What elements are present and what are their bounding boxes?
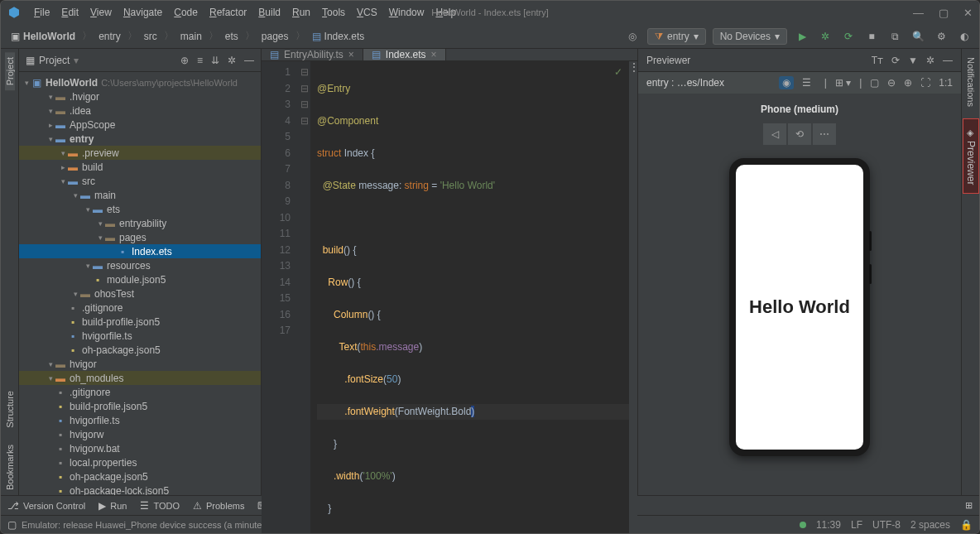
tree-item[interactable]: ▾▬entryability bbox=[19, 216, 261, 230]
run-button[interactable]: ▶ bbox=[794, 28, 810, 45]
code-content[interactable]: @Entry @Component struct Index { @State … bbox=[310, 61, 629, 534]
tree-item[interactable]: ▪Index.ets bbox=[19, 244, 261, 258]
menu-view[interactable]: View bbox=[85, 4, 117, 21]
tree-item[interactable]: ▪hvigorw.bat bbox=[19, 441, 261, 455]
search-icon[interactable]: 🔍 bbox=[910, 28, 926, 45]
menu-code[interactable]: Code bbox=[169, 4, 203, 21]
tree-item[interactable]: ▾▬oh_modules bbox=[19, 371, 261, 385]
folder-icon[interactable]: ⧉ bbox=[886, 28, 903, 45]
bookmarks-tool-tab[interactable]: Bookmarks bbox=[5, 440, 15, 495]
crumb[interactable]: ▣ HelloWorld bbox=[7, 29, 79, 44]
tree-item[interactable]: ▸▬AppScope bbox=[19, 118, 261, 132]
bottom-tool-problems[interactable]: ⚠Problems bbox=[193, 500, 244, 512]
project-root[interactable]: ▾ ▣ HelloWorld C:\Users\amy\projects\Hel… bbox=[19, 75, 261, 89]
minimize-button[interactable]: — bbox=[913, 7, 924, 19]
tree-item[interactable]: ▾▬.idea bbox=[19, 103, 261, 118]
editor-tab[interactable]: ▤Index.ets× bbox=[363, 49, 446, 60]
settings-icon[interactable]: ⚙ bbox=[933, 28, 949, 45]
tree-item[interactable]: ▪module.json5 bbox=[19, 272, 261, 286]
previewer-tab[interactable]: ◈ Previewer bbox=[963, 118, 979, 194]
debug-button[interactable]: ✲ bbox=[817, 28, 833, 45]
editor-toolstrip[interactable]: ⋮ bbox=[629, 61, 637, 534]
close-tab-icon[interactable]: × bbox=[431, 49, 437, 60]
tree-item[interactable]: ▪hvigorfile.ts bbox=[19, 413, 261, 427]
tree-item[interactable]: ▾▬ets bbox=[19, 202, 261, 216]
structure-tool-tab[interactable]: Structure bbox=[5, 386, 15, 433]
bottom-tool-version-control[interactable]: ⎇Version Control bbox=[7, 500, 85, 512]
tree-item[interactable]: ▪hvigorw bbox=[19, 427, 261, 441]
layout-icon[interactable]: ⊞ bbox=[965, 500, 973, 511]
select-opened-icon[interactable]: ⊕ bbox=[180, 55, 189, 66]
hide-pane-icon[interactable]: — bbox=[244, 55, 254, 66]
menu-vcs[interactable]: VCS bbox=[352, 4, 382, 21]
prev-more-button[interactable]: ⋯ bbox=[813, 123, 836, 145]
bottom-tool-todo[interactable]: ☰TODO bbox=[140, 500, 180, 512]
collapse-all-icon[interactable]: ⇊ bbox=[211, 55, 219, 66]
status-charset[interactable]: UTF-8 bbox=[872, 519, 901, 531]
tree-item[interactable]: ▪oh-package-lock.json5 bbox=[19, 483, 261, 495]
devices-combo[interactable]: No Devices▾ bbox=[713, 28, 787, 45]
tree-item[interactable]: ▪build-profile.json5 bbox=[19, 399, 261, 413]
tree-item[interactable]: ▾▬.preview bbox=[19, 146, 261, 160]
close-button[interactable]: ✕ bbox=[963, 7, 973, 19]
crumb[interactable]: src bbox=[141, 29, 161, 44]
bottom-tool-run[interactable]: ▶Run bbox=[98, 500, 127, 512]
project-tree[interactable]: ▾ ▣ HelloWorld C:\Users\amy\projects\Hel… bbox=[19, 72, 261, 495]
tree-item[interactable]: ▾▬src bbox=[19, 174, 261, 188]
crumb[interactable]: ets bbox=[222, 29, 242, 44]
prev-hide-icon[interactable]: — bbox=[943, 55, 953, 66]
menu-build[interactable]: Build bbox=[253, 4, 286, 21]
stop-button[interactable]: ■ bbox=[863, 28, 880, 45]
editor-tab[interactable]: ▤EntryAbility.ts× bbox=[262, 49, 363, 60]
tree-item[interactable]: ▪.gitignore bbox=[19, 301, 261, 315]
prev-back-button[interactable]: ◁ bbox=[763, 123, 786, 145]
tree-item[interactable]: ▾▬entry bbox=[19, 132, 261, 146]
zoom-out-icon[interactable]: ⊖ bbox=[887, 77, 896, 89]
pane-settings-icon[interactable]: ✲ bbox=[228, 55, 236, 66]
notifications-tab[interactable]: Notifications bbox=[964, 49, 978, 115]
menu-navigate[interactable]: Navigate bbox=[118, 4, 167, 21]
status-line-ending[interactable]: LF bbox=[851, 519, 862, 531]
status-lock-icon[interactable]: 🔒 bbox=[960, 519, 973, 531]
fit-icon[interactable]: ▢ bbox=[870, 77, 879, 89]
crumb[interactable]: ▤ Index.ets bbox=[309, 29, 368, 44]
tree-item[interactable]: ▪oh-package.json5 bbox=[19, 343, 261, 357]
expand-all-icon[interactable]: ≡ bbox=[197, 55, 203, 66]
tree-item[interactable]: ▪hvigorfile.ts bbox=[19, 329, 261, 343]
refresh-icon[interactable]: ⟳ bbox=[891, 55, 900, 66]
eye-icon[interactable]: ◉ bbox=[779, 76, 794, 89]
tt-icon[interactable]: Tᴛ bbox=[872, 55, 883, 66]
tree-item[interactable]: ▪build-profile.json5 bbox=[19, 315, 261, 329]
run-config-combo[interactable]: ⧩entry▾ bbox=[647, 28, 706, 45]
prev-settings-icon[interactable]: ✲ bbox=[926, 55, 934, 66]
filter-icon[interactable]: ▼ bbox=[908, 55, 918, 66]
status-indent[interactable]: 2 spaces bbox=[910, 519, 950, 531]
zoom-in-icon[interactable]: ⊕ bbox=[904, 77, 912, 89]
menu-tools[interactable]: Tools bbox=[317, 4, 350, 21]
tree-item[interactable]: ▪.gitignore bbox=[19, 385, 261, 399]
project-pane-title[interactable]: ▦Project▾ bbox=[26, 55, 180, 66]
fold-column[interactable]: ⊟⊟⊟⊟ bbox=[299, 61, 310, 534]
project-tool-tab[interactable]: Project bbox=[5, 52, 15, 90]
menu-refactor[interactable]: Refactor bbox=[204, 4, 252, 21]
user-icon[interactable]: ◐ bbox=[956, 28, 973, 45]
fullscreen-icon[interactable]: ⛶ bbox=[920, 77, 930, 89]
prev-rotate-button[interactable]: ⟲ bbox=[788, 123, 811, 145]
grid-icon[interactable]: ⊞ ▾ bbox=[835, 77, 851, 89]
tree-item[interactable]: ▾▬main bbox=[19, 188, 261, 202]
tree-item[interactable]: ▾▬.hvigor bbox=[19, 89, 261, 103]
layers-icon[interactable]: ☰ bbox=[802, 77, 811, 89]
tree-item[interactable]: ▸▬build bbox=[19, 160, 261, 174]
coverage-button[interactable]: ⟳ bbox=[840, 28, 857, 45]
code-editor[interactable]: 1234567891011121314151617 ⊟⊟⊟⊟ @Entry @C… bbox=[262, 61, 637, 534]
tree-item[interactable]: ▾▬hvigor bbox=[19, 357, 261, 371]
tree-item[interactable]: ▪local.properties bbox=[19, 455, 261, 469]
menu-window[interactable]: Window bbox=[384, 4, 430, 21]
tree-item[interactable]: ▾▬resources bbox=[19, 258, 261, 272]
maximize-button[interactable]: ▢ bbox=[939, 7, 949, 19]
target-icon[interactable]: ◎ bbox=[624, 28, 641, 45]
tree-item[interactable]: ▾▬ohosTest bbox=[19, 286, 261, 301]
onetoone-icon[interactable]: 1:1 bbox=[939, 77, 953, 89]
tree-item[interactable]: ▾▬pages bbox=[19, 230, 261, 244]
menu-run[interactable]: Run bbox=[287, 4, 315, 21]
